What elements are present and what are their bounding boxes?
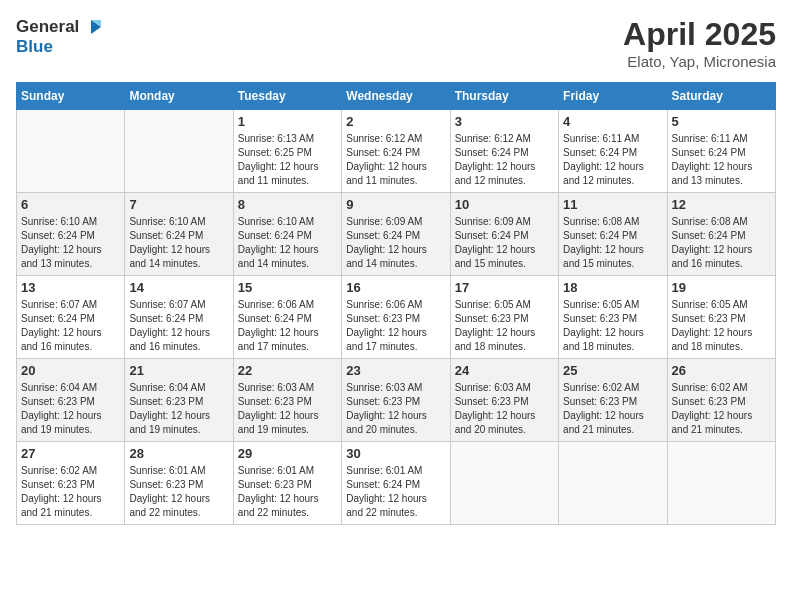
day-number: 25 — [563, 363, 662, 378]
day-number: 29 — [238, 446, 337, 461]
calendar-cell: 19Sunrise: 6:05 AM Sunset: 6:23 PM Dayli… — [667, 276, 775, 359]
day-info: Sunrise: 6:05 AM Sunset: 6:23 PM Dayligh… — [672, 298, 771, 354]
calendar-cell: 11Sunrise: 6:08 AM Sunset: 6:24 PM Dayli… — [559, 193, 667, 276]
day-info: Sunrise: 6:06 AM Sunset: 6:24 PM Dayligh… — [238, 298, 337, 354]
day-info: Sunrise: 6:04 AM Sunset: 6:23 PM Dayligh… — [21, 381, 120, 437]
calendar-cell — [450, 442, 558, 525]
location-title: Elato, Yap, Micronesia — [623, 53, 776, 70]
day-number: 11 — [563, 197, 662, 212]
calendar-cell: 4Sunrise: 6:11 AM Sunset: 6:24 PM Daylig… — [559, 110, 667, 193]
calendar-cell — [125, 110, 233, 193]
day-number: 21 — [129, 363, 228, 378]
day-number: 22 — [238, 363, 337, 378]
calendar-cell: 1Sunrise: 6:13 AM Sunset: 6:25 PM Daylig… — [233, 110, 341, 193]
page-header: General Blue April 2025 Elato, Yap, Micr… — [16, 16, 776, 70]
day-number: 14 — [129, 280, 228, 295]
day-number: 6 — [21, 197, 120, 212]
day-number: 30 — [346, 446, 445, 461]
calendar-cell — [667, 442, 775, 525]
day-number: 2 — [346, 114, 445, 129]
calendar-cell: 7Sunrise: 6:10 AM Sunset: 6:24 PM Daylig… — [125, 193, 233, 276]
weekday-header-sunday: Sunday — [17, 83, 125, 110]
weekday-header-thursday: Thursday — [450, 83, 558, 110]
day-number: 12 — [672, 197, 771, 212]
day-number: 18 — [563, 280, 662, 295]
calendar-cell: 2Sunrise: 6:12 AM Sunset: 6:24 PM Daylig… — [342, 110, 450, 193]
day-info: Sunrise: 6:11 AM Sunset: 6:24 PM Dayligh… — [672, 132, 771, 188]
calendar-cell: 6Sunrise: 6:10 AM Sunset: 6:24 PM Daylig… — [17, 193, 125, 276]
day-number: 26 — [672, 363, 771, 378]
calendar-cell: 21Sunrise: 6:04 AM Sunset: 6:23 PM Dayli… — [125, 359, 233, 442]
day-number: 27 — [21, 446, 120, 461]
day-number: 17 — [455, 280, 554, 295]
day-info: Sunrise: 6:03 AM Sunset: 6:23 PM Dayligh… — [455, 381, 554, 437]
day-info: Sunrise: 6:08 AM Sunset: 6:24 PM Dayligh… — [563, 215, 662, 271]
calendar-week-row: 27Sunrise: 6:02 AM Sunset: 6:23 PM Dayli… — [17, 442, 776, 525]
weekday-header-wednesday: Wednesday — [342, 83, 450, 110]
day-info: Sunrise: 6:11 AM Sunset: 6:24 PM Dayligh… — [563, 132, 662, 188]
calendar-cell: 28Sunrise: 6:01 AM Sunset: 6:23 PM Dayli… — [125, 442, 233, 525]
day-number: 15 — [238, 280, 337, 295]
day-info: Sunrise: 6:12 AM Sunset: 6:24 PM Dayligh… — [455, 132, 554, 188]
calendar-cell: 27Sunrise: 6:02 AM Sunset: 6:23 PM Dayli… — [17, 442, 125, 525]
weekday-header-saturday: Saturday — [667, 83, 775, 110]
day-info: Sunrise: 6:08 AM Sunset: 6:24 PM Dayligh… — [672, 215, 771, 271]
day-info: Sunrise: 6:05 AM Sunset: 6:23 PM Dayligh… — [563, 298, 662, 354]
calendar-cell: 16Sunrise: 6:06 AM Sunset: 6:23 PM Dayli… — [342, 276, 450, 359]
day-number: 1 — [238, 114, 337, 129]
day-info: Sunrise: 6:01 AM Sunset: 6:24 PM Dayligh… — [346, 464, 445, 520]
day-info: Sunrise: 6:03 AM Sunset: 6:23 PM Dayligh… — [346, 381, 445, 437]
calendar-week-row: 6Sunrise: 6:10 AM Sunset: 6:24 PM Daylig… — [17, 193, 776, 276]
calendar-cell: 8Sunrise: 6:10 AM Sunset: 6:24 PM Daylig… — [233, 193, 341, 276]
day-info: Sunrise: 6:07 AM Sunset: 6:24 PM Dayligh… — [21, 298, 120, 354]
day-number: 8 — [238, 197, 337, 212]
calendar-cell: 14Sunrise: 6:07 AM Sunset: 6:24 PM Dayli… — [125, 276, 233, 359]
calendar-cell: 25Sunrise: 6:02 AM Sunset: 6:23 PM Dayli… — [559, 359, 667, 442]
day-info: Sunrise: 6:13 AM Sunset: 6:25 PM Dayligh… — [238, 132, 337, 188]
day-info: Sunrise: 6:03 AM Sunset: 6:23 PM Dayligh… — [238, 381, 337, 437]
calendar-week-row: 20Sunrise: 6:04 AM Sunset: 6:23 PM Dayli… — [17, 359, 776, 442]
calendar-header-row: SundayMondayTuesdayWednesdayThursdayFrid… — [17, 83, 776, 110]
logo-general-text: General — [16, 18, 79, 37]
day-number: 20 — [21, 363, 120, 378]
day-info: Sunrise: 6:01 AM Sunset: 6:23 PM Dayligh… — [238, 464, 337, 520]
day-info: Sunrise: 6:09 AM Sunset: 6:24 PM Dayligh… — [455, 215, 554, 271]
month-title: April 2025 — [623, 16, 776, 53]
calendar-table: SundayMondayTuesdayWednesdayThursdayFrid… — [16, 82, 776, 525]
weekday-header-monday: Monday — [125, 83, 233, 110]
calendar-cell: 26Sunrise: 6:02 AM Sunset: 6:23 PM Dayli… — [667, 359, 775, 442]
calendar-cell: 24Sunrise: 6:03 AM Sunset: 6:23 PM Dayli… — [450, 359, 558, 442]
day-number: 4 — [563, 114, 662, 129]
title-area: April 2025 Elato, Yap, Micronesia — [623, 16, 776, 70]
day-number: 19 — [672, 280, 771, 295]
day-info: Sunrise: 6:05 AM Sunset: 6:23 PM Dayligh… — [455, 298, 554, 354]
calendar-week-row: 13Sunrise: 6:07 AM Sunset: 6:24 PM Dayli… — [17, 276, 776, 359]
day-info: Sunrise: 6:09 AM Sunset: 6:24 PM Dayligh… — [346, 215, 445, 271]
calendar-cell: 30Sunrise: 6:01 AM Sunset: 6:24 PM Dayli… — [342, 442, 450, 525]
day-info: Sunrise: 6:12 AM Sunset: 6:24 PM Dayligh… — [346, 132, 445, 188]
logo-blue-text: Blue — [16, 38, 103, 57]
calendar-cell: 10Sunrise: 6:09 AM Sunset: 6:24 PM Dayli… — [450, 193, 558, 276]
day-info: Sunrise: 6:07 AM Sunset: 6:24 PM Dayligh… — [129, 298, 228, 354]
calendar-cell — [17, 110, 125, 193]
day-info: Sunrise: 6:02 AM Sunset: 6:23 PM Dayligh… — [672, 381, 771, 437]
calendar-cell: 13Sunrise: 6:07 AM Sunset: 6:24 PM Dayli… — [17, 276, 125, 359]
day-info: Sunrise: 6:10 AM Sunset: 6:24 PM Dayligh… — [21, 215, 120, 271]
calendar-cell: 18Sunrise: 6:05 AM Sunset: 6:23 PM Dayli… — [559, 276, 667, 359]
day-number: 28 — [129, 446, 228, 461]
day-info: Sunrise: 6:01 AM Sunset: 6:23 PM Dayligh… — [129, 464, 228, 520]
calendar-cell: 23Sunrise: 6:03 AM Sunset: 6:23 PM Dayli… — [342, 359, 450, 442]
calendar-cell: 22Sunrise: 6:03 AM Sunset: 6:23 PM Dayli… — [233, 359, 341, 442]
logo: General Blue — [16, 16, 103, 57]
calendar-cell — [559, 442, 667, 525]
calendar-cell: 3Sunrise: 6:12 AM Sunset: 6:24 PM Daylig… — [450, 110, 558, 193]
day-number: 24 — [455, 363, 554, 378]
weekday-header-friday: Friday — [559, 83, 667, 110]
calendar-cell: 15Sunrise: 6:06 AM Sunset: 6:24 PM Dayli… — [233, 276, 341, 359]
day-number: 9 — [346, 197, 445, 212]
calendar-cell: 5Sunrise: 6:11 AM Sunset: 6:24 PM Daylig… — [667, 110, 775, 193]
calendar-cell: 17Sunrise: 6:05 AM Sunset: 6:23 PM Dayli… — [450, 276, 558, 359]
day-number: 7 — [129, 197, 228, 212]
day-info: Sunrise: 6:10 AM Sunset: 6:24 PM Dayligh… — [238, 215, 337, 271]
day-number: 10 — [455, 197, 554, 212]
